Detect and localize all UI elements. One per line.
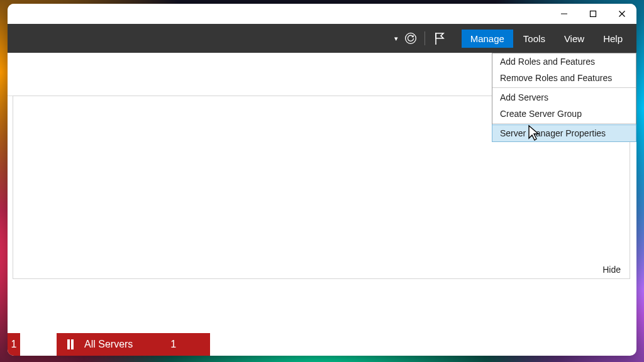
svg-rect-1: [591, 11, 596, 17]
menu-help[interactable]: Help: [594, 30, 631, 48]
dropdown-separator: [492, 123, 636, 124]
role-tiles-row: 1 All Servers 1: [8, 333, 210, 356]
maximize-button[interactable]: [579, 4, 608, 24]
breadcrumb-caret-icon[interactable]: ▾: [392, 35, 401, 43]
menu-manage[interactable]: Manage: [462, 30, 513, 48]
refresh-icon[interactable]: [402, 30, 419, 47]
close-button[interactable]: [608, 4, 636, 24]
menu-add-servers[interactable]: Add Servers: [492, 89, 636, 106]
dropdown-separator: [492, 87, 636, 88]
svg-point-4: [405, 33, 416, 44]
svg-rect-6: [67, 339, 70, 349]
menu-add-roles[interactable]: Add Roles and Features: [492, 53, 636, 70]
menu-tools[interactable]: Tools: [514, 30, 554, 48]
tile-all-servers[interactable]: All Servers 1: [57, 333, 210, 356]
menu-server-manager-properties[interactable]: Server Manager Properties: [492, 124, 636, 142]
servers-icon: [65, 339, 77, 350]
tile-gap: [20, 333, 57, 356]
notifications-flag-icon[interactable]: [430, 30, 448, 47]
menubar: ▾ Manage Tools View Help: [8, 24, 636, 53]
titlebar: [8, 4, 636, 24]
hide-link[interactable]: Hide: [602, 265, 621, 275]
menu-remove-roles[interactable]: Remove Roles and Features: [492, 70, 636, 86]
manage-dropdown: Add Roles and Features Remove Roles and …: [492, 53, 636, 142]
svg-rect-7: [71, 339, 74, 349]
tile-count: 1: [170, 339, 176, 350]
minimize-button[interactable]: [550, 4, 579, 24]
tile-label: All Servers: [84, 339, 133, 350]
menu-view[interactable]: View: [555, 30, 593, 48]
tile-count: 1: [11, 339, 17, 350]
menu-create-group[interactable]: Create Server Group: [492, 106, 636, 122]
toolbar-separator: [425, 31, 425, 45]
server-manager-window: ▾ Manage Tools View Help Add Roles and F…: [8, 4, 636, 356]
tile-fragment[interactable]: 1: [8, 333, 20, 356]
